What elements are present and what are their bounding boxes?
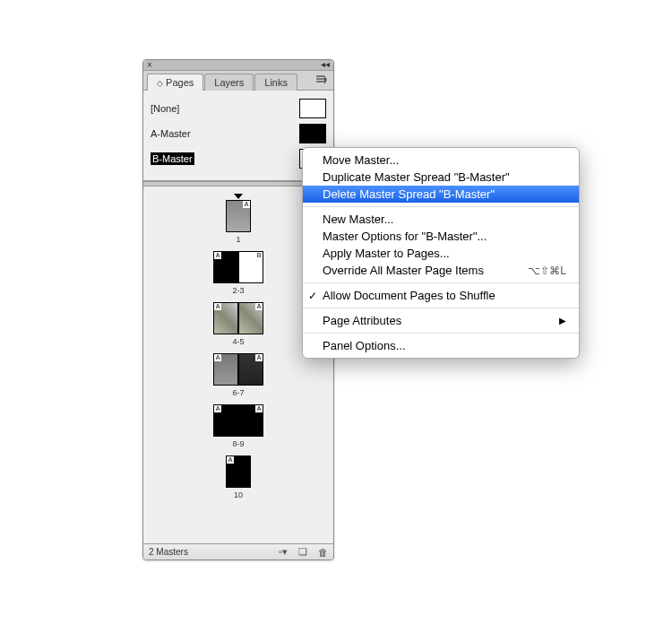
check-icon: ✓ [308, 290, 317, 302]
master-badge: A [255, 303, 263, 310]
spread-8-9[interactable]: A A 8-9 [143, 404, 333, 448]
page-number: 2-3 [232, 286, 244, 295]
menu-shortcut: ⌥⇧⌘L [528, 265, 566, 277]
menu-label: Master Options for "B-Master"... [323, 230, 487, 243]
new-page-button-icon[interactable]: ❏ [298, 546, 307, 558]
page-thumb[interactable]: A [213, 302, 238, 334]
tab-links[interactable]: Links [254, 74, 297, 91]
menu-apply-master[interactable]: Apply Master to Pages... [303, 245, 579, 262]
tab-sort-icon: ◇ [157, 79, 163, 88]
tab-label: Layers [214, 77, 244, 88]
page-thumb[interactable]: A [226, 200, 251, 232]
master-label: A-Master [151, 128, 191, 139]
menu-separator [303, 308, 579, 308]
menu-duplicate-master[interactable]: Duplicate Master Spread "B-Master" [303, 169, 579, 186]
spread-10[interactable]: A 10 [143, 455, 333, 499]
menu-label: Page Attributes [323, 314, 401, 327]
master-row-none[interactable]: [None] [151, 96, 326, 121]
page-thumb[interactable]: B [238, 251, 263, 283]
page-number: 8-9 [232, 439, 244, 448]
master-badge: A [243, 201, 250, 208]
master-badge: A [255, 354, 263, 361]
menu-master-options[interactable]: Master Options for "B-Master"... [303, 228, 579, 245]
menu-label: Delete Master Spread "B-Master" [323, 187, 495, 201]
menu-page-attributes[interactable]: Page Attributes ▶ [303, 312, 579, 329]
tab-pages[interactable]: ◇ Pages [147, 74, 203, 91]
master-badge: A [227, 456, 234, 464]
tab-layers[interactable]: Layers [204, 74, 254, 91]
menu-delete-master[interactable]: Delete Master Spread "B-Master" [303, 186, 579, 203]
section-start-icon [234, 194, 243, 199]
menu-label: Duplicate Master Spread "B-Master" [323, 170, 510, 184]
context-menu: Move Master... Duplicate Master Spread "… [302, 147, 580, 359]
master-label: [None] [151, 103, 179, 114]
panel-menu-button[interactable] [315, 74, 328, 85]
menu-panel-options[interactable]: Panel Options... [303, 337, 579, 354]
panel-header[interactable]: × ◂◂ [143, 60, 333, 71]
page-number: 4-5 [232, 337, 244, 346]
tab-label: Pages [166, 77, 194, 88]
panel-tabs: ◇ Pages Layers Links [143, 71, 333, 91]
page-thumb[interactable]: A [213, 353, 238, 386]
close-icon[interactable]: × [147, 60, 152, 70]
page-number: 10 [234, 490, 243, 499]
menu-label: Panel Options... [323, 339, 406, 352]
page-thumb[interactable]: A [238, 404, 263, 437]
page-thumb[interactable]: A [213, 404, 238, 437]
tab-label: Links [264, 77, 288, 88]
master-row-a[interactable]: A-Master [151, 121, 326, 146]
menu-label: Move Master... [323, 153, 399, 167]
page-number: 6-7 [232, 388, 244, 397]
footer-status: 2 Masters [149, 547, 188, 557]
menu-label: Apply Master to Pages... [323, 247, 450, 260]
menu-allow-shuffle[interactable]: ✓ Allow Document Pages to Shuffle [303, 287, 579, 304]
page-thumb[interactable]: A [238, 353, 263, 386]
master-badge: B [255, 252, 263, 259]
menu-separator [303, 282, 579, 283]
menu-separator [303, 206, 579, 207]
menu-label: Override All Master Page Items [323, 264, 484, 277]
menu-separator [303, 333, 579, 334]
menu-override-all[interactable]: Override All Master Page Items ⌥⇧⌘L [303, 262, 579, 279]
submenu-arrow-icon: ▶ [559, 316, 566, 325]
new-page-icon[interactable]: ▫▾ [279, 546, 288, 558]
page-thumb[interactable]: A [226, 455, 251, 488]
page-number: 1 [236, 235, 240, 244]
menu-move-master[interactable]: Move Master... [303, 152, 579, 169]
master-badge: A [214, 354, 221, 361]
master-badge: A [214, 405, 221, 412]
trash-icon[interactable]: 🗑 [318, 547, 328, 558]
master-badge: A [214, 303, 221, 310]
master-thumb-none[interactable] [299, 99, 326, 118]
master-badge: A [255, 405, 263, 412]
panel-footer: 2 Masters ▫▾ ❏ 🗑 [143, 543, 333, 560]
menu-label: Allow Document Pages to Shuffle [323, 289, 495, 302]
spread-6-7[interactable]: A A 6-7 [143, 353, 333, 397]
menu-new-master[interactable]: New Master... [303, 211, 579, 228]
page-thumb[interactable]: A [238, 302, 263, 334]
collapse-icon[interactable]: ◂◂ [321, 59, 330, 69]
master-row-b[interactable]: B-Master [151, 146, 326, 171]
menu-label: New Master... [323, 213, 393, 226]
page-thumb[interactable]: A [213, 251, 238, 283]
master-thumb-a[interactable] [299, 124, 326, 143]
master-label: B-Master [151, 152, 194, 165]
master-badge: A [214, 252, 221, 259]
